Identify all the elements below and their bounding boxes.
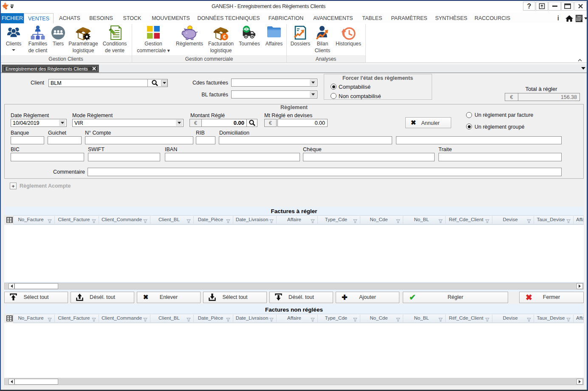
svg-text:€: € xyxy=(223,34,226,40)
